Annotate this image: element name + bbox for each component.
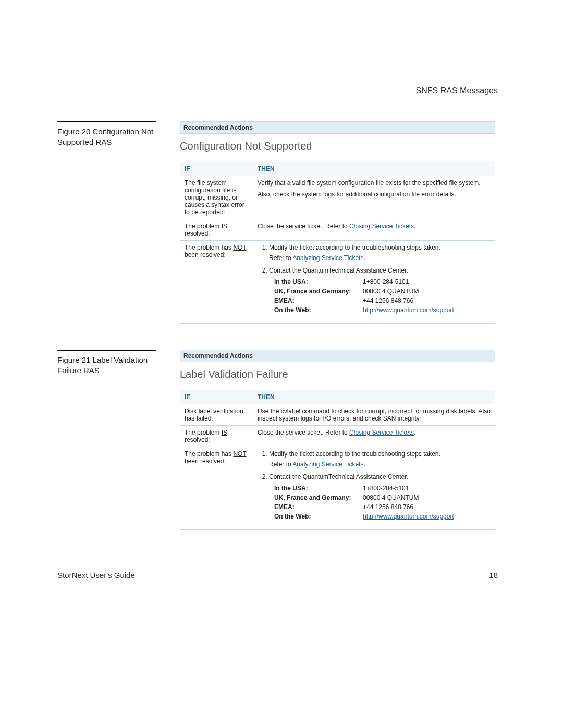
contact-label: EMEA: (274, 502, 363, 512)
if-cell: The problem IS resolved: (180, 219, 253, 241)
page-footer: StorNext User's Guide 18 (57, 571, 498, 579)
step-item: Modify the ticket according to the troub… (269, 244, 491, 262)
then-text: Also, check the system logs for addition… (258, 191, 491, 198)
ras-table-config: IF THEN The file system configuration fi… (180, 162, 495, 324)
th-then: THEN (253, 162, 495, 176)
contact-label: In the USA: (274, 277, 363, 287)
if-cell: The problem has NOT been resolved: (180, 241, 253, 324)
recommended-actions-banner: Recommended Actions (180, 121, 495, 134)
then-cell: Modify the ticket according to the troub… (253, 241, 495, 324)
table-row: The problem has NOT been resolved: Modif… (180, 447, 495, 530)
contact-value: 00800 4 QUANTUM (363, 287, 419, 296)
contact-label: UK, France and Germany: (274, 493, 363, 502)
panel-title-config-not-supported: Configuration Not Supported (180, 140, 495, 152)
panel-title-label-validation: Label Validation Failure (180, 368, 495, 380)
closing-service-tickets-link[interactable]: Closing Service Tickets (349, 429, 414, 436)
contact-value: 00800 4 QUANTUM (363, 493, 419, 502)
contact-value: +44 1256 848 766 (363, 296, 413, 305)
then-cell: Verify that a valid file system configur… (253, 176, 495, 219)
then-cell: Modify the ticket according to the troub… (253, 447, 495, 530)
ras-table-label: IF THEN Disk label verification has fail… (180, 390, 495, 530)
table-row: The problem IS resolved: Close the servi… (180, 219, 495, 241)
contact-value: 1+800-284-5101 (363, 277, 409, 287)
step-item: Contact the QuantumTechnical Assistance … (269, 473, 491, 521)
contact-value: 1+800-284-5101 (363, 484, 409, 493)
if-cell: The problem IS resolved: (180, 426, 253, 447)
th-if: IF (180, 390, 253, 404)
step-item: Contact the QuantumTechnical Assistance … (269, 267, 491, 315)
footer-guide-title: StorNext User's Guide (57, 571, 135, 579)
support-url-link[interactable]: http://www.quantum.com/support (363, 306, 454, 314)
th-if: IF (180, 162, 253, 176)
figure-20-caption: Figure 20 Configuration Not Supported RA… (57, 127, 169, 148)
contact-label: UK, France and Germany: (274, 287, 363, 296)
table-row: Disk label verification has failed: Use … (180, 404, 495, 426)
figure-21-caption: Figure 21 Label Validation Failure RAS (57, 355, 169, 376)
closing-service-tickets-link[interactable]: Closing Service Tickets (349, 223, 414, 230)
then-text: Verify that a valid file system configur… (258, 179, 491, 187)
analyzing-service-tickets-link[interactable]: Analyzing Service Tickets (292, 461, 363, 468)
contact-value: +44 1256 848 766 (363, 502, 413, 512)
then-cell: Close the service ticket. Refer to Closi… (253, 426, 495, 447)
contact-label: EMEA: (274, 296, 363, 305)
table-row: The problem has NOT been resolved: Modif… (180, 241, 495, 324)
recommended-actions-banner: Recommended Actions (180, 350, 495, 362)
table-row: The problem IS resolved: Close the servi… (180, 426, 495, 447)
figure-rule (57, 350, 156, 351)
if-cell: The problem has NOT been resolved: (180, 447, 253, 530)
contact-label: On the Web: (274, 512, 363, 521)
figure-21-section: Figure 21 Label Validation Failure RAS R… (57, 350, 498, 530)
analyzing-service-tickets-link[interactable]: Analyzing Service Tickets (292, 254, 363, 262)
contact-label: On the Web: (274, 305, 363, 315)
support-url-link[interactable]: http://www.quantum.com/support (363, 513, 454, 520)
if-cell: Disk label verification has failed: (180, 404, 253, 426)
if-cell: The file system configuration file is co… (180, 176, 253, 219)
table-row: The file system configuration file is co… (180, 176, 495, 219)
step-item: Modify the ticket according to the troub… (269, 450, 491, 468)
figure-rule (57, 121, 156, 122)
page-header-section: SNFS RAS Messages (57, 86, 498, 95)
contact-label: In the USA: (274, 484, 363, 493)
then-cell: Close the service ticket. Refer to Closi… (253, 219, 495, 241)
figure-20-section: Figure 20 Configuration Not Supported RA… (57, 121, 498, 324)
th-then: THEN (253, 390, 495, 404)
footer-page-number: 18 (489, 571, 498, 579)
then-cell: Use the cvlabel command to check for cor… (253, 404, 495, 426)
